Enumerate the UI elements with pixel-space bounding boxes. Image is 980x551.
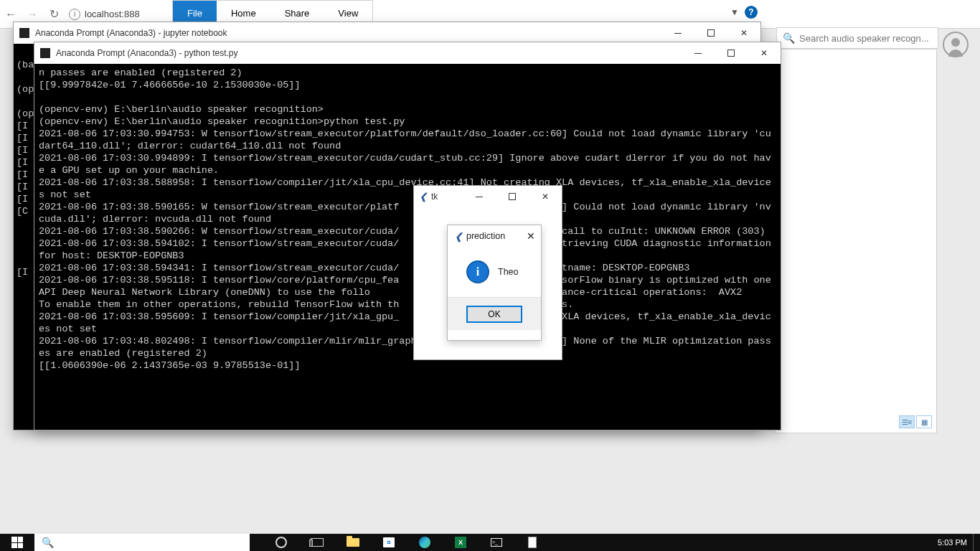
- taskbar: 🔍 X >_ 5:03 PM: [0, 534, 980, 551]
- info-icon: i: [466, 260, 489, 283]
- tk-feather-icon: ❮: [420, 192, 427, 202]
- close-button[interactable]: ✕: [727, 22, 760, 44]
- nav-refresh-icon[interactable]: ↻: [43, 7, 65, 21]
- window-tk[interactable]: ❮ tk ✕ ❮ prediction ✕ i Theo OK: [413, 185, 562, 360]
- window-title: Anaconda Prompt (Anaconda3) - jupyter no…: [35, 28, 227, 38]
- address-text: localhost:888: [85, 9, 140, 19]
- windows-logo-icon: [11, 537, 23, 548]
- nav-back-icon[interactable]: ←: [0, 8, 22, 21]
- task-taskview[interactable]: [300, 534, 334, 551]
- task-document[interactable]: [515, 534, 550, 551]
- window-title: Anaconda Prompt (Anaconda3) - python tes…: [56, 48, 237, 58]
- maximize-button[interactable]: [715, 42, 748, 64]
- window-anaconda-python[interactable]: Anaconda Prompt (Anaconda3) - python tes…: [34, 42, 781, 430]
- maximize-button[interactable]: [496, 186, 529, 207]
- minimize-button[interactable]: [463, 186, 496, 207]
- maximize-button[interactable]: [694, 22, 727, 44]
- close-button[interactable]: ✕: [529, 186, 562, 207]
- ok-button[interactable]: OK: [466, 306, 522, 323]
- nav-forward-icon[interactable]: →: [22, 8, 43, 21]
- minimize-button[interactable]: [661, 22, 694, 44]
- help-icon[interactable]: ?: [745, 6, 758, 19]
- terminal-icon: [40, 48, 50, 58]
- search-icon: 🔍: [42, 537, 54, 548]
- explorer-search-input[interactable]: [799, 33, 938, 44]
- messagebox-prediction: ❮ prediction ✕ i Theo OK: [447, 225, 542, 341]
- address-bar[interactable]: i localhost:888: [69, 9, 140, 20]
- system-tray[interactable]: 5:03 PM: [932, 534, 980, 551]
- messagebox-title: prediction: [466, 231, 505, 241]
- taskbar-clock[interactable]: 5:03 PM: [932, 539, 973, 547]
- profile-avatar[interactable]: [938, 27, 973, 62]
- task-explorer[interactable]: [336, 534, 370, 551]
- task-store[interactable]: [372, 534, 406, 551]
- preview-pane: ☰≡ ▦: [775, 49, 937, 433]
- messagebox-close-icon[interactable]: ✕: [527, 230, 535, 242]
- view-details-icon[interactable]: ☰≡: [899, 415, 915, 428]
- view-large-icons-icon[interactable]: ▦: [916, 415, 932, 428]
- terminal-icon: [19, 28, 29, 38]
- close-button[interactable]: ✕: [748, 42, 781, 64]
- titlebar-jupyter[interactable]: Anaconda Prompt (Anaconda3) - jupyter no…: [14, 22, 760, 44]
- task-edge[interactable]: [407, 534, 442, 551]
- titlebar-python[interactable]: Anaconda Prompt (Anaconda3) - python tes…: [34, 42, 781, 64]
- ribbon-expand-icon[interactable]: ▼: [730, 7, 739, 17]
- show-desktop-button[interactable]: [973, 534, 977, 551]
- task-cortana[interactable]: [264, 534, 298, 551]
- titlebar-tk[interactable]: ❮ tk ✕: [414, 186, 562, 207]
- window-title: tk: [431, 192, 438, 202]
- messagebox-text: Theo: [498, 267, 519, 277]
- start-button[interactable]: [0, 537, 34, 548]
- tk-feather-icon: ❮: [455, 231, 462, 242]
- info-site-icon: i: [69, 9, 80, 20]
- task-excel[interactable]: X: [443, 534, 478, 551]
- taskbar-search[interactable]: 🔍: [34, 534, 250, 551]
- task-terminal[interactable]: >_: [479, 534, 514, 551]
- terminal-output-python[interactable]: n passes are enabled (registered 2) [[9.…: [34, 64, 781, 430]
- search-icon: 🔍: [783, 32, 795, 44]
- minimize-button[interactable]: [682, 42, 715, 64]
- explorer-search[interactable]: 🔍: [776, 27, 938, 49]
